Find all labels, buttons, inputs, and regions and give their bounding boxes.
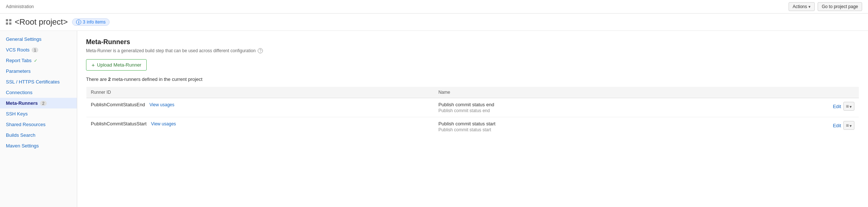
edit-link[interactable]: Edit — [833, 104, 841, 109]
sidebar-item-general-settings[interactable]: General Settings — [0, 34, 77, 44]
sidebar-item-builds-search[interactable]: Builds Search — [0, 130, 77, 140]
sidebar-item-meta-runners[interactable]: Meta-Runners2 — [0, 98, 77, 108]
sidebar-item-label: SSL / HTTPS Certificates — [6, 79, 60, 85]
table-row: PublishCommitStatusStartView usagesPubli… — [86, 117, 859, 136]
plus-icon: + — [92, 62, 95, 68]
sidebar-badge: 2 — [40, 101, 47, 106]
col-header-actions — [820, 87, 859, 98]
view-usages-link[interactable]: View usages — [151, 121, 176, 126]
top-bar-right: Actions Go to project page — [789, 2, 862, 11]
sidebar-item-label: Meta-Runners — [6, 100, 38, 106]
runners-table: Runner ID Name PublishCommitStatusEndVie… — [86, 86, 859, 136]
sidebar-item-label: SSH Keys — [6, 111, 28, 117]
sidebar-item-ssh-keys[interactable]: SSH Keys — [0, 108, 77, 119]
runner-id: PublishCommitStatusEnd — [91, 102, 145, 107]
table-row: PublishCommitStatusEndView usagesPublish… — [86, 98, 859, 117]
edit-link[interactable]: Edit — [833, 123, 841, 128]
project-title: <Root project> — [6, 17, 68, 27]
sidebar: General SettingsVCS Roots1Report Tabs✓Pa… — [0, 31, 77, 207]
list-icon — [846, 122, 849, 128]
meta-count-text: There are 2 meta-runners defined in the … — [86, 76, 859, 82]
chevron-down-icon — [808, 4, 811, 9]
sidebar-item-connections[interactable]: Connections — [0, 87, 77, 98]
sidebar-item-ssl-certificates[interactable]: SSL / HTTPS Certificates — [0, 76, 77, 87]
sidebar-item-shared-resources[interactable]: Shared Resources — [0, 119, 77, 130]
row-dropdown-button[interactable] — [843, 102, 854, 111]
sidebar-item-report-tabs[interactable]: Report Tabs✓ — [0, 55, 77, 66]
section-desc-text: Meta-Runner is a generalized build step … — [86, 48, 256, 53]
runner-name-main: Publish commit status end — [438, 102, 816, 107]
meta-count-suffix: meta-runners defined in the current proj… — [111, 76, 202, 82]
info-badge[interactable]: i 3 info items — [72, 18, 110, 26]
sidebar-item-label: Shared Resources — [6, 122, 46, 127]
info-badge-label: info items — [87, 19, 106, 25]
sidebar-item-label: VCS Roots — [6, 47, 29, 53]
main-content: Meta-Runners Meta-Runner is a generalize… — [77, 31, 868, 207]
row-dropdown-button[interactable] — [843, 121, 854, 130]
page-title-row: <Root project> i 3 info items — [0, 14, 868, 31]
sidebar-item-label: Builds Search — [6, 132, 35, 138]
sidebar-item-vcs-roots[interactable]: VCS Roots1 — [0, 44, 77, 55]
sidebar-badge: 1 — [32, 47, 38, 53]
upload-meta-runner-button[interactable]: + Upload Meta-Runner — [86, 59, 147, 71]
chevron-down-icon — [850, 104, 852, 109]
runner-id: PublishCommitStatusStart — [91, 121, 147, 126]
actions-button[interactable]: Actions — [789, 2, 815, 11]
actions-label: Actions — [793, 4, 807, 9]
sidebar-item-label: Report Tabs — [6, 58, 32, 63]
sidebar-item-label: Parameters — [6, 68, 31, 74]
chevron-down-icon — [850, 123, 852, 128]
info-badge-count: 3 — [83, 19, 85, 25]
sidebar-item-parameters[interactable]: Parameters — [0, 66, 77, 76]
meta-count-prefix: There are — [86, 76, 108, 82]
top-bar: Administration Actions Go to project pag… — [0, 0, 868, 14]
upload-btn-label: Upload Meta-Runner — [97, 62, 142, 68]
col-header-runner-id: Runner ID — [86, 87, 434, 98]
view-usages-link[interactable]: View usages — [149, 102, 174, 107]
list-icon — [846, 103, 849, 109]
grid-icon — [6, 19, 12, 25]
sidebar-item-label: Maven Settings — [6, 143, 39, 149]
runner-name-sub: Publish commit status start — [438, 127, 816, 132]
runner-name-sub: Publish commit status end — [438, 108, 816, 113]
go-to-project-button[interactable]: Go to project page — [818, 2, 862, 11]
section-title: Meta-Runners — [86, 38, 859, 46]
col-header-name: Name — [434, 87, 820, 98]
sidebar-item-maven-settings[interactable]: Maven Settings — [0, 140, 77, 151]
check-icon: ✓ — [34, 58, 37, 63]
runner-name-main: Publish commit status start — [438, 121, 816, 126]
layout: General SettingsVCS Roots1Report Tabs✓Pa… — [0, 31, 868, 207]
section-desc: Meta-Runner is a generalized build step … — [86, 48, 859, 53]
sidebar-item-label: General Settings — [6, 36, 42, 42]
sidebar-item-label: Connections — [6, 90, 32, 95]
admin-label: Administration — [6, 4, 34, 9]
info-circle-icon: i — [76, 19, 81, 25]
help-icon[interactable]: ? — [258, 48, 263, 53]
project-title-text: <Root project> — [15, 17, 68, 27]
